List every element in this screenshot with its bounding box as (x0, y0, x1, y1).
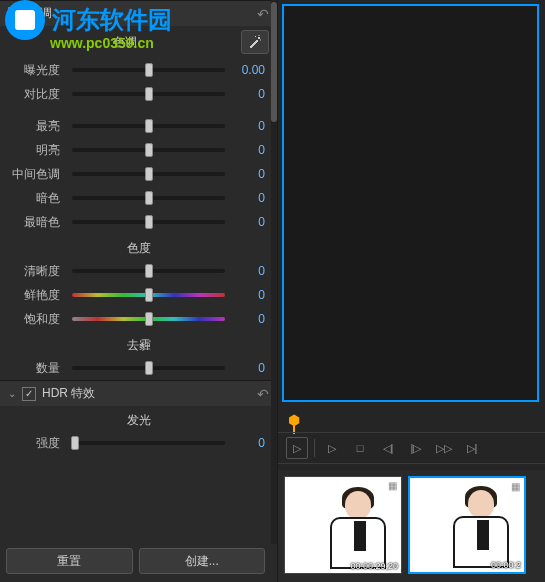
clip-thumbnails: ▦ 00:00:29;20 ▦ 00:00:2 (278, 470, 545, 582)
hdr-checkbox[interactable] (22, 387, 36, 401)
clip-timecode: 00:00:2 (491, 560, 521, 570)
panel-scrollbar[interactable] (271, 0, 277, 544)
glow-intensity-slider[interactable]: 强度 0 (0, 431, 277, 455)
next-frame-button[interactable]: |▷ (405, 437, 427, 459)
tone-checkbox[interactable] (8, 7, 22, 21)
stop-button[interactable]: □ (349, 437, 371, 459)
dehaze-group-title: 去霾 (0, 331, 277, 356)
clip-timecode: 00:00:29;20 (350, 561, 398, 571)
brightest-slider[interactable]: 最亮 0 (0, 114, 277, 138)
tone-group-title: 色调 (8, 34, 241, 51)
undo-icon[interactable]: ↶ (257, 386, 269, 402)
contrast-slider[interactable]: 对比度 0 (0, 82, 277, 106)
tone-section-title: 色调 (28, 5, 257, 22)
play-range-button[interactable]: ▷ (286, 437, 308, 459)
fast-forward-button[interactable]: ▷▷ (433, 437, 455, 459)
clip-thumbnail[interactable]: ▦ 00:00:29;20 (284, 476, 402, 574)
auto-tone-button[interactable] (241, 30, 269, 54)
reset-button[interactable]: 重置 (6, 548, 133, 574)
bright-slider[interactable]: 明亮 0 (0, 138, 277, 162)
play-button[interactable]: ▷ (321, 437, 343, 459)
glow-group-title: 发光 (0, 406, 277, 431)
playback-controls: ▷ ▷ □ ◁| |▷ ▷▷ ▷| (278, 432, 545, 464)
vibrance-slider[interactable]: 鲜艳度 0 (0, 283, 277, 307)
hdr-section-title: HDR 特效 (42, 385, 257, 402)
undo-icon[interactable]: ↶ (257, 6, 269, 22)
playhead-marker[interactable]: ⬢ (288, 412, 300, 428)
hdr-section-header[interactable]: ⌄ HDR 特效 ↶ (0, 380, 277, 406)
preview-viewport[interactable] (282, 4, 539, 402)
clip-thumbnail[interactable]: ▦ 00:00:2 (408, 476, 526, 574)
create-button[interactable]: 创建... (139, 548, 266, 574)
darkest-slider[interactable]: 最暗色 0 (0, 210, 277, 234)
chevron-down-icon: ⌄ (8, 388, 22, 399)
tone-section-header[interactable]: 色调 ↶ (0, 0, 277, 26)
skip-button[interactable]: ▷| (461, 437, 483, 459)
saturation-slider[interactable]: 饱和度 0 (0, 307, 277, 331)
prev-frame-button[interactable]: ◁| (377, 437, 399, 459)
chroma-group-title: 色度 (0, 234, 277, 259)
exposure-slider[interactable]: 曝光度 0.00 (0, 58, 277, 82)
clarity-slider[interactable]: 清晰度 0 (0, 259, 277, 283)
midtone-slider[interactable]: 中间色调 0 (0, 162, 277, 186)
dehaze-amount-slider[interactable]: 数量 0 (0, 356, 277, 380)
dark-slider[interactable]: 暗色 0 (0, 186, 277, 210)
